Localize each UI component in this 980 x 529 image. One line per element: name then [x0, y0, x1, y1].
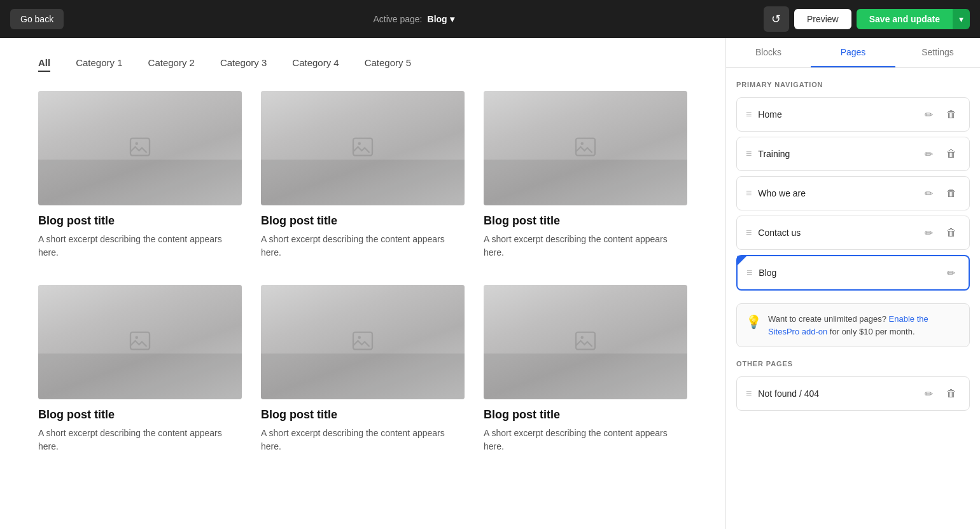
image-placeholder-icon-4 [351, 329, 374, 355]
svg-point-1 [136, 142, 139, 146]
nav-item-edit-blog[interactable]: ✏ [942, 264, 960, 282]
image-placeholder-icon-5 [574, 329, 597, 355]
nav-item-delete-training[interactable]: 🗑 [942, 145, 960, 163]
go-back-button[interactable]: Go back [10, 9, 64, 29]
nav-item-training[interactable]: ≡ Training ✏ 🗑 [736, 137, 970, 171]
drag-handle-blog[interactable]: ≡ [746, 267, 752, 278]
upsell-box: 💡 Want to create unlimited pages? Enable… [736, 303, 970, 347]
nav-item-left-blog: ≡ Blog [746, 267, 776, 278]
panel-tab-pages[interactable]: Pages [811, 38, 895, 67]
drag-handle-who-we-are[interactable]: ≡ [746, 188, 752, 199]
panel-tab-blocks[interactable]: Blocks [726, 38, 811, 67]
topbar-left: Go back [10, 9, 64, 29]
nav-item-edit-training[interactable]: ✏ [920, 145, 937, 163]
nav-item-left-training: ≡ Training [746, 148, 790, 160]
image-placeholder-icon-0 [129, 135, 151, 161]
nav-item-edit-home[interactable]: ✏ [920, 106, 937, 123]
category-tab-cat3[interactable]: Category 3 [220, 57, 267, 72]
preview-button[interactable]: Preview [794, 9, 851, 29]
nav-item-left-who-we-are: ≡ Who we are [746, 188, 806, 199]
blog-card-2[interactable]: Blog post title A short excerpt describi… [484, 91, 687, 259]
other-pages-label: OTHER PAGES [736, 360, 970, 368]
blog-card-title-0: Blog post title [38, 214, 242, 228]
svg-rect-6 [130, 333, 150, 350]
blog-card-title-4: Blog post title [261, 408, 465, 422]
nav-item-actions-home: ✏ 🗑 [920, 106, 960, 123]
drag-handle-training[interactable]: ≡ [746, 148, 752, 160]
blog-card-title-1: Blog post title [261, 214, 465, 228]
blog-card-title-3: Blog post title [38, 408, 242, 422]
blog-card-0[interactable]: Blog post title A short excerpt describi… [38, 91, 242, 259]
other-nav-items: ≡ Not found / 404 ✏ 🗑 [736, 376, 970, 411]
blog-card-4[interactable]: Blog post title A short excerpt describi… [261, 285, 465, 453]
image-placeholder-icon-2 [574, 135, 597, 161]
svg-rect-10 [576, 333, 595, 350]
blog-card-excerpt-4: A short excerpt describing the content a… [261, 427, 465, 453]
svg-point-9 [358, 336, 361, 340]
blog-card-1[interactable]: Blog post title A short excerpt describi… [261, 91, 465, 259]
upsell-text: Want to create unlimited pages? Enable t… [768, 313, 960, 338]
nav-item-edit-who-we-are[interactable]: ✏ [920, 184, 937, 202]
drag-handle-home[interactable]: ≡ [746, 109, 752, 120]
nav-item-contact-us[interactable]: ≡ Contact us ✏ 🗑 [736, 216, 970, 250]
category-tabs: AllCategory 1Category 2Category 3Categor… [38, 57, 687, 72]
nav-item-delete-who-we-are[interactable]: 🗑 [942, 184, 960, 202]
svg-point-7 [136, 336, 139, 340]
svg-point-11 [581, 336, 584, 340]
save-and-update-button[interactable]: Save and update [857, 9, 953, 29]
svg-point-5 [581, 142, 584, 146]
svg-point-3 [358, 142, 361, 146]
nav-item-who-we-are[interactable]: ≡ Who we are ✏ 🗑 [736, 176, 970, 210]
active-page-selector[interactable]: Blog ▾ [428, 14, 454, 24]
page-body: AllCategory 1Category 2Category 3Categor… [0, 38, 980, 529]
other-page-delete-not-found[interactable]: 🗑 [942, 385, 960, 402]
blog-card-3[interactable]: Blog post title A short excerpt describi… [38, 285, 242, 453]
nav-item-actions-who-we-are: ✏ 🗑 [920, 184, 960, 202]
nav-items: ≡ Home ✏ 🗑 ≡ Training ✏ 🗑 ≡ Who we are ✏… [736, 97, 970, 291]
main-content: AllCategory 1Category 2Category 3Categor… [0, 38, 725, 529]
drag-handle-contact-us[interactable]: ≡ [746, 227, 752, 238]
blog-card-excerpt-2: A short excerpt describing the content a… [484, 233, 687, 259]
nav-item-edit-contact-us[interactable]: ✏ [920, 224, 937, 242]
svg-rect-2 [353, 139, 372, 156]
image-placeholder-icon-3 [129, 329, 151, 355]
blog-card-5[interactable]: Blog post title A short excerpt describi… [484, 285, 687, 453]
other-page-not-found[interactable]: ≡ Not found / 404 ✏ 🗑 [736, 376, 970, 411]
upsell-suffix: for only $10 per month. [830, 327, 915, 336]
nav-item-delete-contact-us[interactable]: 🗑 [942, 224, 960, 242]
panel-tab-settings[interactable]: Settings [895, 38, 980, 67]
blog-image-0 [38, 91, 242, 205]
topbar-right: ↺ Preview Save and update ▾ [764, 6, 970, 32]
nav-item-blog[interactable]: ≡ Blog ✏ [736, 255, 970, 291]
history-button[interactable]: ↺ [764, 6, 789, 32]
nav-item-actions-training: ✏ 🗑 [920, 145, 960, 163]
blog-image-1 [261, 91, 465, 205]
panel-content: PRIMARY NAVIGATION ≡ Home ✏ 🗑 ≡ Training… [726, 68, 980, 529]
active-page-dropdown-icon: ▾ [450, 14, 454, 24]
nav-item-label-contact-us: Contact us [758, 228, 801, 238]
category-tab-cat1[interactable]: Category 1 [76, 57, 122, 72]
other-page-edit-not-found[interactable]: ✏ [920, 385, 937, 402]
category-tab-cat4[interactable]: Category 4 [292, 57, 339, 72]
active-page-name: Blog [428, 14, 447, 24]
topbar-center: Active page: Blog ▾ [373, 14, 454, 24]
save-dropdown-button[interactable]: ▾ [953, 9, 970, 29]
other-page-label-not-found: Not found / 404 [758, 388, 819, 399]
blog-card-title-2: Blog post title [484, 214, 687, 228]
svg-rect-0 [130, 139, 150, 156]
nav-item-home[interactable]: ≡ Home ✏ 🗑 [736, 97, 970, 132]
category-tab-cat2[interactable]: Category 2 [148, 57, 195, 72]
nav-item-label-training: Training [758, 149, 790, 159]
active-corner [737, 256, 747, 266]
nav-item-actions-contact-us: ✏ 🗑 [920, 224, 960, 242]
upsell-prefix: Want to create unlimited pages? [768, 314, 886, 324]
blog-card-excerpt-5: A short excerpt describing the content a… [484, 427, 687, 453]
category-tab-cat5[interactable]: Category 5 [365, 57, 411, 72]
blog-image-5 [484, 285, 687, 399]
category-tab-all[interactable]: All [38, 57, 50, 72]
image-placeholder-icon-1 [351, 135, 374, 161]
other-drag-not-found[interactable]: ≡ [746, 388, 752, 399]
nav-item-delete-home[interactable]: 🗑 [942, 106, 960, 123]
blog-grid: Blog post title A short excerpt describi… [38, 91, 687, 453]
blog-card-excerpt-1: A short excerpt describing the content a… [261, 233, 465, 259]
